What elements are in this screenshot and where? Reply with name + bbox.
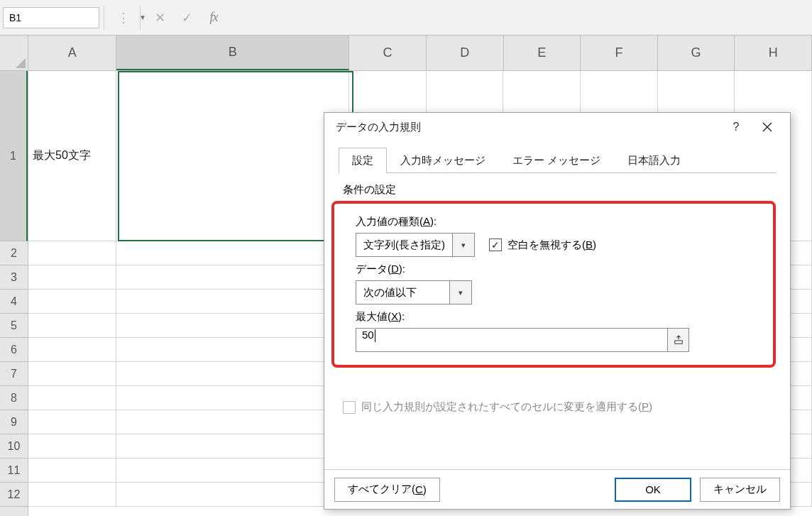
row-headers: 123456789101112 <box>0 71 28 516</box>
formula-input[interactable] <box>226 7 812 28</box>
cell[interactable] <box>28 459 116 483</box>
max-value-input[interactable]: 50 <box>356 329 667 351</box>
apply-all-label: 同じ入力規則が設定されたすべてのセルに変更を適用する(P) <box>361 400 652 414</box>
apply-all-checkbox: 同じ入力規則が設定されたすべてのセルに変更を適用する(P) <box>343 400 652 414</box>
cell[interactable] <box>116 314 349 338</box>
column-header[interactable]: C <box>349 35 427 70</box>
tab[interactable]: エラー メッセージ <box>499 148 614 173</box>
column-header[interactable]: E <box>504 35 581 70</box>
tab[interactable]: 入力時メッセージ <box>387 148 499 173</box>
tab-settings-content: 条件の設定 入力値の種類(A): 文字列(長さ指定) ▾ ✓ 空白を無視する(B… <box>339 173 776 420</box>
cell[interactable] <box>116 386 349 410</box>
cell[interactable]: 最大50文字 <box>28 71 116 241</box>
cell[interactable] <box>116 410 349 434</box>
column-header[interactable]: H <box>735 35 812 70</box>
ignore-blank-label: 空白を無視する(B) <box>508 238 596 252</box>
cell[interactable] <box>116 338 349 362</box>
row-header[interactable]: 8 <box>0 386 28 410</box>
allow-combo[interactable]: 文字列(長さ指定) ▾ <box>356 233 475 257</box>
dialog-footer: すべてクリア(C) OK キャンセル <box>324 469 790 509</box>
fx-icon[interactable]: fx <box>202 7 226 28</box>
row-header[interactable]: 3 <box>0 265 28 290</box>
cell[interactable] <box>116 459 349 483</box>
row-header[interactable]: 4 <box>0 290 28 314</box>
cell[interactable] <box>28 314 116 338</box>
cancel-formula-icon: ✕ <box>148 7 172 28</box>
svg-marker-0 <box>16 58 26 68</box>
column-header[interactable]: B <box>116 35 349 70</box>
column-headers: ABCDEFGH <box>28 35 812 71</box>
cell[interactable] <box>28 434 116 459</box>
cell[interactable] <box>28 265 116 290</box>
cell[interactable] <box>116 362 349 386</box>
cell[interactable] <box>28 290 116 314</box>
data-combo-value: 次の値以下 <box>356 281 450 304</box>
svg-rect-1 <box>674 341 682 344</box>
column-header[interactable]: G <box>658 35 735 70</box>
close-button[interactable] <box>752 116 783 138</box>
data-combo[interactable]: 次の値以下 ▾ <box>356 280 472 304</box>
cell[interactable] <box>28 362 116 386</box>
max-value-input-row: 50 <box>356 328 689 352</box>
formula-history-icon[interactable]: ⋮ <box>111 7 136 28</box>
max-label: 最大値(X): <box>356 310 760 324</box>
row-header[interactable]: 5 <box>0 314 28 338</box>
tab[interactable]: 設定 <box>339 148 387 173</box>
checkbox-icon: ✓ <box>489 238 502 251</box>
column-header[interactable]: D <box>427 35 504 70</box>
highlight-box: 入力値の種類(A): 文字列(長さ指定) ▾ ✓ 空白を無視する(B) <box>331 201 776 368</box>
chevron-down-icon[interactable]: ▾ <box>450 281 471 304</box>
row-header[interactable]: 11 <box>0 459 28 483</box>
chevron-down-icon[interactable]: ▾ <box>453 234 474 256</box>
row-header[interactable]: 7 <box>0 362 28 386</box>
conditions-group-label: 条件の設定 <box>343 183 772 197</box>
range-picker-icon[interactable] <box>667 329 688 351</box>
cell[interactable] <box>116 265 349 290</box>
column-header[interactable]: F <box>581 35 658 70</box>
row-header[interactable]: 12 <box>0 483 28 507</box>
cell[interactable] <box>116 71 349 241</box>
row-header[interactable]: 6 <box>0 338 28 362</box>
clear-all-button[interactable]: すべてクリア(C) <box>334 478 440 502</box>
dialog-titlebar[interactable]: データの入力規則 ? <box>324 113 790 141</box>
enter-formula-icon: ✓ <box>175 7 199 28</box>
dialog-tabs: 設定入力時メッセージエラー メッセージ日本語入力 <box>339 147 776 173</box>
cell[interactable] <box>116 290 349 314</box>
data-label: データ(D): <box>356 263 760 276</box>
column-header[interactable]: A <box>28 35 116 70</box>
name-box[interactable]: ▼ <box>3 7 99 28</box>
allow-combo-value: 文字列(長さ指定) <box>356 234 453 256</box>
cell[interactable] <box>28 483 116 507</box>
cell[interactable] <box>116 434 349 459</box>
select-all-corner[interactable] <box>0 35 28 71</box>
dialog-title: データの入力規則 <box>336 121 720 134</box>
ok-button[interactable]: OK <box>615 478 691 502</box>
cell[interactable] <box>28 410 116 434</box>
cell[interactable] <box>28 241 116 265</box>
row-header[interactable]: 9 <box>0 410 28 434</box>
cancel-button[interactable]: キャンセル <box>700 478 780 502</box>
allow-label: 入力値の種類(A): <box>356 215 760 229</box>
checkbox-icon <box>343 401 356 414</box>
row-header[interactable]: 2 <box>0 241 28 265</box>
cell[interactable] <box>28 386 116 410</box>
help-button[interactable]: ? <box>720 116 752 138</box>
row-header[interactable]: 1 <box>0 71 28 241</box>
tab[interactable]: 日本語入力 <box>614 148 694 173</box>
ignore-blank-checkbox[interactable]: ✓ 空白を無視する(B) <box>489 238 596 252</box>
row-header[interactable]: 10 <box>0 434 28 459</box>
data-validation-dialog: データの入力規則 ? 設定入力時メッセージエラー メッセージ日本語入力 条件の設… <box>324 112 791 510</box>
cell[interactable] <box>116 241 349 265</box>
formula-bar: ▼ ⋮ ✕ ✓ fx <box>0 0 812 35</box>
cell[interactable] <box>116 483 349 507</box>
cell[interactable] <box>28 338 116 362</box>
